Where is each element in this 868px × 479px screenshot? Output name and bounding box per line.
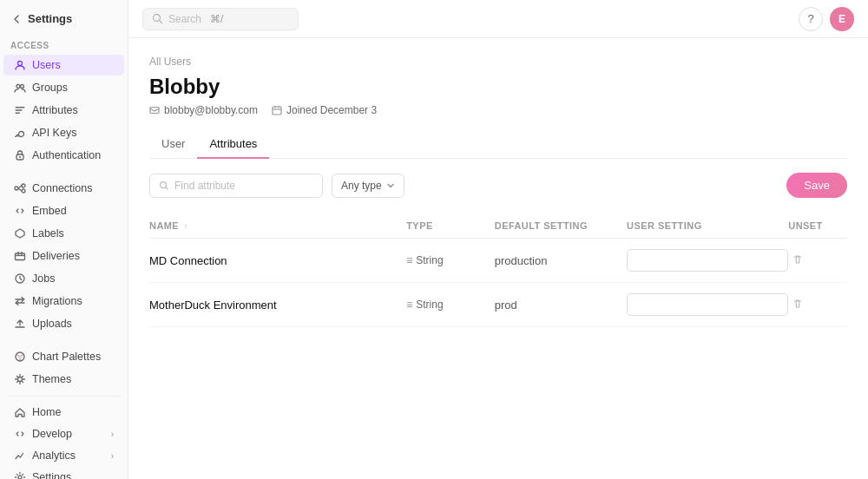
- string-icon: ≡: [406, 299, 412, 311]
- toolbar: Find attribute Any type Save: [149, 173, 847, 198]
- sidebar-item-deliveries[interactable]: Deliveries: [3, 246, 124, 266]
- default-value: prod: [495, 299, 517, 312]
- connections-icon: [14, 182, 26, 194]
- main-content: Search ⌘/ ? E All Users Blobby blobby@bl…: [128, 0, 868, 479]
- search-shortcut: ⌘/: [210, 13, 223, 25]
- sidebar-item-uploads[interactable]: Uploads: [3, 313, 124, 334]
- sidebar-item-label: Chart Palettes: [32, 351, 101, 363]
- sidebar-item-migrations[interactable]: Migrations: [3, 291, 124, 312]
- svg-rect-5: [16, 113, 21, 115]
- breadcrumb[interactable]: All Users: [149, 56, 847, 68]
- string-icon: ≡: [406, 254, 412, 266]
- sidebar-item-label: Home: [32, 406, 61, 418]
- attributes-table: NAME ↑ TYPE DEFAULT SETTING USER SETTING…: [149, 215, 847, 327]
- svg-point-7: [19, 156, 21, 158]
- svg-rect-4: [16, 109, 23, 111]
- svg-point-20: [154, 15, 161, 22]
- sidebar-item-groups[interactable]: Groups: [3, 77, 124, 98]
- attr-name: MotherDuck Environment: [149, 299, 277, 312]
- sidebar-item-users[interactable]: Users: [3, 55, 124, 75]
- themes-icon: [14, 373, 26, 385]
- col-name: NAME ↑: [149, 215, 406, 239]
- analytics-icon: [14, 449, 26, 462]
- divider-3: [7, 396, 121, 397]
- svg-point-19: [18, 476, 22, 479]
- page-title: Blobby: [149, 75, 847, 99]
- migrations-icon: [14, 295, 26, 307]
- help-button[interactable]: ?: [799, 7, 823, 31]
- type-dropdown[interactable]: Any type: [332, 174, 404, 198]
- delete-button[interactable]: [788, 294, 807, 316]
- svg-point-0: [18, 62, 23, 66]
- svg-point-16: [22, 355, 23, 357]
- default-value: production: [495, 254, 548, 267]
- save-button[interactable]: Save: [786, 173, 847, 198]
- sidebar-item-connections[interactable]: Connections: [3, 178, 124, 199]
- attr-name: MD Connection: [149, 254, 227, 267]
- sidebar-item-label: Settings: [32, 471, 71, 479]
- chevron-down-icon: [386, 181, 395, 190]
- back-icon[interactable]: [10, 13, 23, 25]
- user-setting-input[interactable]: [627, 293, 788, 316]
- svg-point-23: [161, 181, 167, 187]
- svg-point-15: [17, 355, 19, 357]
- sidebar-item-label: Jobs: [32, 272, 55, 285]
- sidebar-item-authentication[interactable]: Authentication: [3, 145, 124, 166]
- topbar-actions: ? E: [799, 7, 854, 31]
- embed-icon: [14, 205, 26, 217]
- jobs-icon: [14, 272, 26, 285]
- find-attr-placeholder: Find attribute: [174, 180, 235, 192]
- sidebar-item-attributes[interactable]: Attributes: [3, 100, 124, 121]
- svg-rect-21: [150, 108, 159, 114]
- tab-attributes[interactable]: Attributes: [197, 130, 269, 159]
- sidebar-item-label: Attributes: [32, 104, 78, 116]
- tab-user[interactable]: User: [149, 130, 197, 159]
- chevron-icon: ›: [111, 451, 114, 461]
- sidebar-item-label: Uploads: [32, 318, 72, 330]
- search-bar[interactable]: Search ⌘/: [142, 8, 299, 30]
- sidebar-item-label: Groups: [32, 82, 68, 94]
- sidebar-item-jobs[interactable]: Jobs: [3, 268, 124, 289]
- calendar-icon: [272, 105, 282, 115]
- col-default: DEFAULT SETTING: [495, 215, 627, 239]
- trash-icon: [792, 298, 804, 310]
- develop-icon: [14, 428, 26, 440]
- authentication-icon: [14, 149, 26, 161]
- sidebar-item-label: Embed: [32, 205, 67, 217]
- sidebar-item-label: Migrations: [32, 295, 82, 307]
- delete-button[interactable]: [788, 250, 807, 272]
- settings-icon: [14, 471, 26, 479]
- svg-point-1: [16, 85, 20, 89]
- sidebar-item-chart-palettes[interactable]: Chart Palettes: [3, 346, 124, 367]
- col-type: TYPE: [406, 215, 495, 239]
- sidebar-item-labels[interactable]: Labels: [3, 223, 124, 244]
- attributes-icon: [14, 104, 26, 116]
- find-attribute-input[interactable]: Find attribute: [149, 174, 323, 198]
- sidebar-item-label: API Keys: [32, 127, 76, 139]
- avatar-button[interactable]: E: [830, 7, 854, 31]
- sidebar-item-label: Authentication: [32, 149, 101, 161]
- sidebar-item-label: Users: [32, 59, 61, 71]
- search-icon: [159, 180, 169, 191]
- sidebar-item-embed[interactable]: Embed: [3, 200, 124, 221]
- sidebar-item-settings[interactable]: Settings: [3, 467, 124, 479]
- sidebar-item-label: Connections: [32, 182, 93, 194]
- type-label: Any type: [341, 180, 382, 192]
- deliveries-icon: [14, 250, 26, 262]
- sidebar-item-develop[interactable]: Develop ›: [3, 423, 124, 444]
- sidebar-item-api-keys[interactable]: API Keys: [3, 122, 124, 143]
- chevron-icon: ›: [111, 430, 114, 439]
- svg-rect-11: [16, 253, 25, 260]
- user-setting-input[interactable]: [627, 249, 788, 272]
- tabs: User Attributes: [149, 130, 847, 159]
- sort-icon: ↑: [184, 222, 188, 231]
- sidebar-title: Settings: [28, 12, 72, 25]
- sidebar-item-analytics[interactable]: Analytics ›: [3, 445, 124, 466]
- sidebar-item-themes[interactable]: Themes: [3, 369, 124, 390]
- sidebar: Settings ACCESS Users Groups Attributes …: [0, 0, 128, 479]
- search-icon: [152, 13, 163, 24]
- table-row: MotherDuck Environment ≡ String prod: [149, 283, 847, 327]
- user-email: blobby@blobby.com: [149, 104, 258, 116]
- sidebar-item-home[interactable]: Home: [3, 402, 124, 423]
- page-content: All Users Blobby blobby@blobby.com Joine…: [128, 38, 868, 479]
